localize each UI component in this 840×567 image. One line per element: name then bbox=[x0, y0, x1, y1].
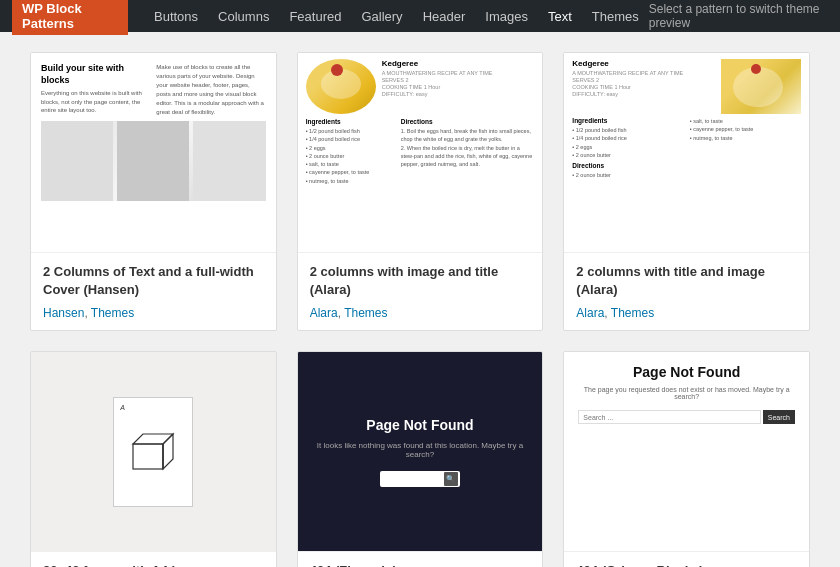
card-hansen: Build your site with blocks Everything o… bbox=[30, 52, 277, 331]
card-preview-alara-1: Kedgeree A MOUTHWATERING RECIPE AT ANY T… bbox=[298, 53, 543, 253]
card-info-alara-1: 2 columns with image and title (Alara) A… bbox=[298, 253, 543, 330]
main-nav: Buttons Columns Featured Gallery Header … bbox=[144, 3, 649, 30]
ingredients-text-2: • 1/2 pound boiled fish• 1/4 pound boile… bbox=[572, 126, 683, 159]
directions-title-1: Directions bbox=[401, 118, 535, 125]
svg-rect-0 bbox=[133, 444, 163, 469]
kedgeree-serves-2: SERVES 2 bbox=[572, 77, 715, 83]
brand-logo[interactable]: WP Block Patterns bbox=[12, 0, 128, 35]
kedgeree-title-1: Kedgeree bbox=[382, 59, 493, 68]
card-title-hansen: 2 Columns of Text and a full-width Cover… bbox=[43, 263, 264, 299]
grigora-search-button[interactable]: Search bbox=[763, 410, 795, 424]
ingredients-text-1: • 1/2 pound boiled fish• 1/4 pound boile… bbox=[306, 127, 395, 185]
patterns-grid: Build your site with blocks Everything o… bbox=[30, 52, 810, 567]
nav-themes[interactable]: Themes bbox=[582, 3, 649, 30]
card-preview-grigora: Page Not Found The page you requested do… bbox=[564, 352, 809, 552]
kedgeree-cooking-2: COOKING TIME 1 Hour bbox=[572, 84, 715, 90]
financio-404-title: Page Not Found bbox=[366, 417, 473, 433]
hansen-left-text: Everything on this website is built with… bbox=[41, 89, 150, 114]
kedgeree-cooking-1: COOKING TIME 1 Hour bbox=[382, 84, 493, 90]
nav-header[interactable]: Header bbox=[413, 3, 476, 30]
card-title-alara-1: 2 columns with image and title (Alara) bbox=[310, 263, 531, 299]
card-info-grigora: 404 (Grigora Blocks) Grigora Blocks, The… bbox=[564, 552, 809, 567]
card-financio: Page Not Found It looks like nothing was… bbox=[297, 351, 544, 567]
nav-images[interactable]: Images bbox=[475, 3, 538, 30]
main-content: Build your site with blocks Everything o… bbox=[0, 32, 840, 567]
kedgeree-subtitle-1: A MOUTHWATERING RECIPE AT ANY TIME bbox=[382, 70, 493, 76]
topbar: WP Block Patterns Buttons Columns Featur… bbox=[0, 0, 840, 32]
link-themes-alara-1[interactable]: Themes bbox=[344, 306, 387, 320]
card-links-hansen: Hansen, Themes bbox=[43, 305, 264, 320]
ingredients-extra: • salt, to taste• cayenne pepper, to tas… bbox=[690, 117, 801, 142]
card-title-alara-2: 2 columns with title and image (Alara) bbox=[576, 263, 797, 299]
link-themes-hansen[interactable]: Themes bbox=[91, 306, 134, 320]
directions-title-2: Directions bbox=[572, 162, 683, 169]
oscura-frame: A bbox=[113, 397, 193, 507]
theme-switcher-label: Select a pattern to switch theme preview bbox=[649, 2, 828, 30]
link-alara-2[interactable]: Alara bbox=[576, 306, 604, 320]
card-title-financio: 404 (Financio) bbox=[310, 562, 531, 567]
kedgeree-subtitle-2: A MOUTHWATERING RECIPE AT ANY TIME bbox=[572, 70, 715, 76]
kedgeree-img-2 bbox=[721, 59, 801, 114]
link-themes-alara-2[interactable]: Themes bbox=[611, 306, 654, 320]
kedgeree-serves-1: SERVES 2 bbox=[382, 77, 493, 83]
card-title-oscura: 30×40 frame with A4 image (portrait) (Os… bbox=[43, 562, 264, 567]
card-links-alara-1: Alara, Themes bbox=[310, 305, 531, 320]
nav-columns[interactable]: Columns bbox=[208, 3, 279, 30]
nav-text[interactable]: Text bbox=[538, 3, 582, 30]
card-oscura: A bbox=[30, 351, 277, 567]
card-info-hansen: 2 Columns of Text and a full-width Cover… bbox=[31, 253, 276, 330]
hansen-heading: Build your site with blocks bbox=[41, 63, 150, 86]
kedgeree-title-2: Kedgeree bbox=[572, 59, 715, 68]
nav-gallery[interactable]: Gallery bbox=[351, 3, 412, 30]
svg-marker-2 bbox=[163, 434, 173, 469]
card-preview-hansen: Build your site with blocks Everything o… bbox=[31, 53, 276, 253]
directions-text-2: • 2 ounce butter bbox=[572, 171, 683, 179]
card-alara-2: Kedgeree A MOUTHWATERING RECIPE AT ANY T… bbox=[563, 52, 810, 331]
card-preview-oscura: A bbox=[31, 352, 276, 552]
financio-404-sub: It looks like nothing was found at this … bbox=[308, 441, 533, 459]
financio-search-box[interactable]: 🔍 bbox=[380, 471, 460, 487]
card-links-alara-2: Alara, Themes bbox=[576, 305, 797, 320]
directions-text-1: 1. Boil the eggs hard, break the fish in… bbox=[401, 127, 535, 168]
kedgeree-difficulty-1: DIFFICULTY: easy bbox=[382, 91, 493, 97]
grigora-404-sub: The page you requested does not exist or… bbox=[578, 386, 795, 400]
oscura-label: A bbox=[120, 404, 125, 411]
card-grigora: Page Not Found The page you requested do… bbox=[563, 351, 810, 567]
card-title-grigora: 404 (Grigora Blocks) bbox=[576, 562, 797, 567]
link-hansen[interactable]: Hansen bbox=[43, 306, 84, 320]
card-preview-financio: Page Not Found It looks like nothing was… bbox=[298, 352, 543, 552]
financio-search-btn[interactable]: 🔍 bbox=[444, 472, 458, 486]
link-alara-1[interactable]: Alara bbox=[310, 306, 338, 320]
ingredients-title-1: Ingredients bbox=[306, 118, 395, 125]
kedgeree-img-1 bbox=[306, 59, 376, 114]
card-info-oscura: 30×40 frame with A4 image (portrait) (Os… bbox=[31, 552, 276, 567]
svg-marker-1 bbox=[133, 434, 173, 444]
card-info-alara-2: 2 columns with title and image (Alara) A… bbox=[564, 253, 809, 330]
grigora-404-title: Page Not Found bbox=[633, 364, 740, 380]
grigora-search-box: Search bbox=[578, 410, 795, 424]
kedgeree-difficulty-2: DIFFICULTY: easy bbox=[572, 91, 715, 97]
nav-buttons[interactable]: Buttons bbox=[144, 3, 208, 30]
nav-featured[interactable]: Featured bbox=[279, 3, 351, 30]
card-info-financio: 404 (Financio) Financio, Themes bbox=[298, 552, 543, 567]
card-preview-alara-2: Kedgeree A MOUTHWATERING RECIPE AT ANY T… bbox=[564, 53, 809, 253]
ingredients-title-2: Ingredients bbox=[572, 117, 683, 124]
oscura-cube-svg bbox=[123, 424, 183, 479]
card-alara-1: Kedgeree A MOUTHWATERING RECIPE AT ANY T… bbox=[297, 52, 544, 331]
grigora-search-input[interactable] bbox=[578, 410, 760, 424]
hansen-right-text: Make use of blocks to create all the var… bbox=[156, 63, 265, 117]
